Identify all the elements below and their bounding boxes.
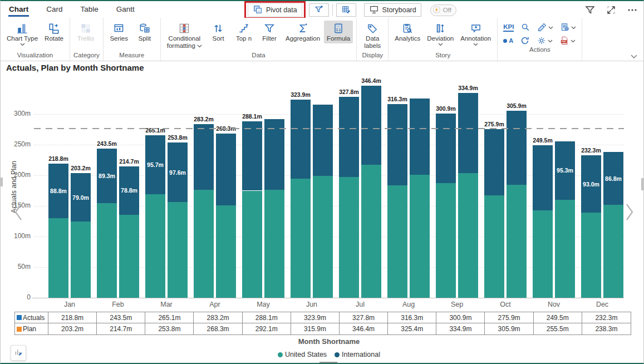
segment-united-states[interactable] bbox=[291, 179, 311, 298]
filter-icon[interactable] bbox=[583, 3, 597, 17]
segment-united-states[interactable] bbox=[48, 218, 68, 298]
ribbon-button-annotation[interactable]: Annotation bbox=[458, 21, 494, 47]
search-icon[interactable] bbox=[520, 22, 530, 32]
segment-united-states[interactable] bbox=[71, 222, 91, 298]
segment-united-states[interactable] bbox=[533, 210, 553, 298]
bar-plan-mar[interactable]: 97.6m253.8m bbox=[168, 142, 188, 298]
segment-united-states[interactable] bbox=[436, 183, 456, 298]
bar-plan-jul[interactable]: 346.4m bbox=[361, 86, 381, 298]
bar-actuals-aug[interactable]: 316.3m bbox=[387, 104, 407, 298]
segment-united-states[interactable] bbox=[361, 165, 381, 298]
refresh-icon[interactable] bbox=[520, 36, 530, 46]
segment-international[interactable] bbox=[436, 114, 456, 183]
segment-international[interactable]: 88.8m bbox=[48, 164, 68, 218]
bar-actuals-mar[interactable]: 95.7m265.1m bbox=[145, 135, 165, 298]
segment-united-states[interactable] bbox=[97, 203, 117, 298]
collapse-ribbon-icon[interactable] bbox=[630, 51, 638, 61]
segment-united-states[interactable] bbox=[410, 175, 430, 298]
scroll-right-chevron-icon[interactable] bbox=[625, 203, 634, 224]
segment-international[interactable] bbox=[533, 145, 553, 210]
segment-international[interactable]: 79.0m bbox=[71, 173, 91, 222]
ribbon-button-series[interactable]: Series bbox=[107, 21, 131, 43]
ribbon-button-top-n[interactable]: Top n bbox=[232, 21, 256, 43]
segment-international[interactable] bbox=[458, 93, 478, 173]
storyboard-button[interactable]: Storyboard bbox=[364, 3, 421, 17]
ribbon-button-data-labels[interactable]: Datalabels bbox=[360, 21, 385, 51]
segment-united-states[interactable] bbox=[216, 205, 236, 298]
segment-united-states[interactable] bbox=[313, 176, 333, 298]
tab-card[interactable]: Card bbox=[46, 2, 63, 17]
ribbon-button-sort[interactable]: Sort bbox=[206, 21, 230, 43]
segment-united-states[interactable] bbox=[555, 200, 575, 298]
highlight-text[interactable]: A bbox=[503, 37, 513, 44]
left-scrollbar-thumb[interactable] bbox=[1, 178, 3, 186]
ribbon-button-filter[interactable]: Filter bbox=[257, 21, 282, 43]
right-scrollbar-thumb[interactable] bbox=[641, 178, 643, 190]
ribbon-button-split[interactable]: Split bbox=[132, 21, 157, 43]
legend-item-united-states[interactable]: United States bbox=[278, 351, 327, 358]
bar-plan-jun[interactable] bbox=[313, 105, 333, 298]
settings-gear-icon[interactable] bbox=[537, 36, 553, 46]
bar-plan-nov[interactable]: 95.3m bbox=[555, 141, 575, 298]
segment-international[interactable]: 93.0m bbox=[581, 155, 601, 212]
tab-chart[interactable]: Chart bbox=[8, 2, 29, 17]
segment-united-states[interactable] bbox=[168, 202, 188, 298]
edit-data-button[interactable] bbox=[336, 3, 356, 17]
segment-united-states[interactable] bbox=[145, 194, 165, 298]
segment-international[interactable] bbox=[242, 121, 262, 190]
off-toggle[interactable]: Off bbox=[430, 4, 456, 16]
bar-plan-feb[interactable]: 78.8m214.7m bbox=[119, 166, 139, 298]
segment-international[interactable] bbox=[194, 124, 214, 190]
segment-international[interactable]: 97.6m bbox=[168, 142, 188, 202]
segment-international[interactable] bbox=[361, 86, 381, 165]
bar-plan-oct[interactable]: 305.9m bbox=[507, 111, 527, 298]
segment-international[interactable] bbox=[216, 134, 236, 205]
bar-plan-jan[interactable]: 79.0m203.2m bbox=[71, 173, 91, 298]
bar-actuals-jul[interactable]: 327.8m bbox=[339, 97, 359, 298]
ribbon-button-deviation[interactable]: Deviation bbox=[424, 21, 456, 47]
ribbon-button-analytics[interactable]: Analytics bbox=[392, 21, 423, 43]
more-options-icon[interactable] bbox=[626, 3, 639, 17]
ribbon-button-rotate[interactable]: Rotate bbox=[42, 21, 66, 43]
segment-united-states[interactable] bbox=[603, 205, 623, 298]
export-pdf-icon[interactable]: PDF bbox=[559, 36, 576, 46]
segment-international[interactable]: 95.3m bbox=[555, 141, 575, 200]
scroll-left-chevron-icon[interactable] bbox=[14, 203, 23, 224]
kpi-text[interactable]: KPI bbox=[503, 23, 514, 32]
segment-international[interactable] bbox=[264, 119, 284, 190]
segment-international[interactable] bbox=[313, 105, 333, 176]
segment-international[interactable]: 89.3m bbox=[97, 149, 117, 203]
segment-united-states[interactable] bbox=[507, 185, 527, 298]
bar-actuals-oct[interactable]: 275.9m bbox=[484, 129, 504, 298]
legend-item-international[interactable]: International bbox=[335, 351, 380, 358]
segment-united-states[interactable] bbox=[339, 177, 359, 298]
tab-gantt[interactable]: Gantt bbox=[116, 2, 135, 17]
segment-united-states[interactable] bbox=[387, 185, 407, 298]
bar-actuals-feb[interactable]: 89.3m243.5m bbox=[97, 149, 117, 298]
ribbon-button-formula[interactable]: Formula bbox=[324, 21, 353, 43]
segment-international[interactable] bbox=[410, 99, 430, 175]
focus-mode-icon[interactable] bbox=[604, 3, 618, 17]
segment-united-states[interactable] bbox=[242, 191, 262, 298]
bar-plan-dec[interactable]: 86.8m bbox=[603, 152, 623, 298]
segment-international[interactable] bbox=[484, 129, 504, 196]
page-settings-icon[interactable] bbox=[560, 22, 576, 32]
bar-plan-sep[interactable]: 334.9m bbox=[458, 93, 478, 298]
bar-plan-may[interactable] bbox=[264, 119, 284, 298]
segment-international[interactable]: 86.8m bbox=[603, 152, 623, 205]
bar-actuals-apr[interactable]: 283.2m bbox=[194, 124, 214, 298]
ribbon-button-chart-type[interactable]: Chart Type bbox=[4, 21, 41, 47]
bar-plan-apr[interactable]: 268.3m bbox=[216, 134, 236, 298]
segment-united-states[interactable] bbox=[484, 195, 504, 298]
segment-international[interactable] bbox=[507, 111, 527, 185]
pivot-data-button[interactable]: Pivot data bbox=[248, 3, 302, 17]
ribbon-button-aggregation[interactable]: Aggregation bbox=[283, 21, 323, 43]
segment-united-states[interactable] bbox=[458, 173, 478, 298]
segment-international[interactable] bbox=[291, 100, 311, 179]
horizontal-scrollbar-thumb[interactable] bbox=[319, 362, 337, 364]
bar-actuals-dec[interactable]: 93.0m232.3m bbox=[581, 155, 601, 298]
tab-table[interactable]: Table bbox=[80, 2, 99, 17]
segment-international[interactable] bbox=[387, 104, 407, 185]
format-painter-icon[interactable] bbox=[537, 22, 553, 32]
bar-actuals-jan[interactable]: 88.8m218.8m bbox=[48, 164, 68, 298]
